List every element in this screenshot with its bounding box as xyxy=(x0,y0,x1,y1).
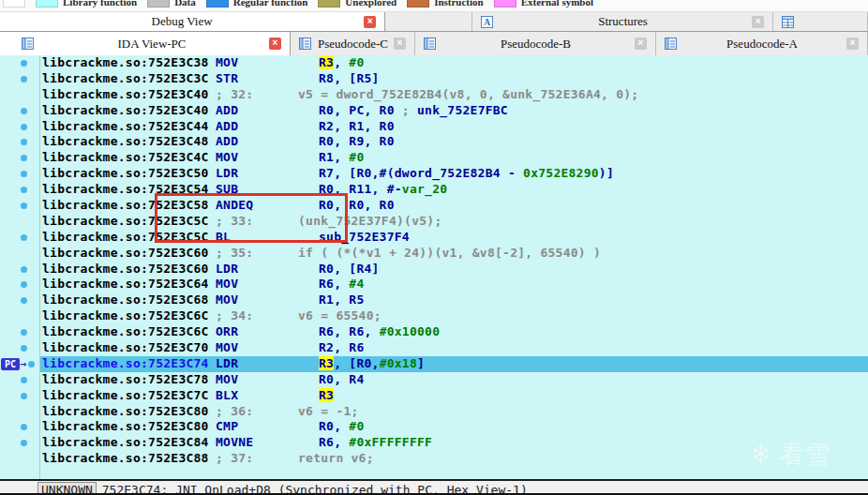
address-dot xyxy=(21,424,27,430)
disasm-line[interactable]: libcrackme.so:752E3C40ADDR0, PC, R0 ; un… xyxy=(0,103,868,119)
close-icon[interactable]: × xyxy=(635,38,647,50)
operand: R0, [R4] xyxy=(319,262,380,276)
line-gutter[interactable] xyxy=(0,388,40,404)
line-gutter[interactable] xyxy=(0,55,40,71)
legend-item: Library function xyxy=(36,0,137,8)
line-gutter[interactable] xyxy=(0,292,40,308)
disasm-line[interactable]: libcrackme.so:752E3C78MOVR0, R4 xyxy=(0,372,868,388)
disasm-line[interactable]: libcrackme.so:752E3C80; 36:v6 = -1; xyxy=(0,404,868,420)
operand: R0, xyxy=(319,419,349,433)
legend-item xyxy=(3,0,25,8)
address: libcrackme.so:752E3C68 xyxy=(42,292,216,308)
line-gutter[interactable] xyxy=(0,435,40,451)
operands: R6, R6, #0x10000 xyxy=(319,324,440,338)
line-gutter[interactable] xyxy=(0,87,40,103)
tab-debug-view[interactable]: Debug View× xyxy=(0,12,385,31)
mnemonic: MOV xyxy=(216,340,319,356)
close-icon[interactable]: × xyxy=(269,38,281,50)
disasm-line[interactable]: libcrackme.so:752E3C3CSTRR8, [R5] xyxy=(0,71,868,87)
close-icon[interactable]: × xyxy=(394,38,406,50)
legend-item: Regular function xyxy=(206,0,308,8)
line-gutter[interactable] xyxy=(0,71,40,87)
disasm-line[interactable]: libcrackme.so:752E3C7CBLXR3 xyxy=(0,388,868,404)
line-gutter[interactable] xyxy=(0,134,40,150)
line-body: libcrackme.so:752E3C40ADDR0, PC, R0 ; un… xyxy=(40,103,868,119)
line-gutter[interactable] xyxy=(0,230,40,246)
disasm-line[interactable]: libcrackme.so:752E3C38MOVR3, #0 xyxy=(0,55,868,71)
tab-pseudocode-a[interactable]: Pseudocode-A× xyxy=(656,32,868,55)
disasm-line[interactable]: libcrackme.so:752E3C40; 32:v5 = dword_75… xyxy=(0,87,868,103)
legend-label: External symbol xyxy=(521,0,593,8)
disasm-line[interactable]: libcrackme.so:752E3C88; 37:return v6; xyxy=(0,451,868,467)
disasm-line[interactable]: libcrackme.so:752E3C6CORRR6, R6, #0x1000… xyxy=(0,324,868,340)
disasm-line[interactable]: libcrackme.so:752E3C64MOVR6, #4 xyxy=(0,277,868,292)
disasm-line[interactable]: libcrackme.so:752E3C70MOVR2, R6 xyxy=(0,340,868,356)
address-dot xyxy=(21,377,27,383)
operand: , xyxy=(334,55,349,69)
disasm-line[interactable]: libcrackme.so:752E3C50LDRR7, [R0,#(dword… xyxy=(0,166,868,182)
line-gutter[interactable] xyxy=(0,419,40,435)
line-gutter[interactable] xyxy=(0,150,40,166)
close-icon[interactable]: × xyxy=(846,38,859,50)
line-gutter[interactable] xyxy=(0,119,40,135)
line-gutter[interactable] xyxy=(0,340,40,356)
mnemonic: MOV xyxy=(216,277,319,292)
disasm-line[interactable]: libcrackme.so:752E3C44ADDR2, R1, R0 xyxy=(0,119,868,135)
line-body: libcrackme.so:752E3C80; 36:v6 = -1; xyxy=(40,404,868,420)
line-gutter[interactable] xyxy=(0,198,40,214)
disasm-line[interactable]: libcrackme.so:752E3C5CBLsub_752E37F4 xyxy=(0,230,868,246)
address-dot xyxy=(21,171,27,177)
disasm-line[interactable]: libcrackme.so:752E3C6C; 34:v6 = 65540; xyxy=(0,308,868,324)
line-gutter[interactable] xyxy=(0,308,40,324)
line-gutter[interactable] xyxy=(0,372,40,388)
operand: R0, R4 xyxy=(319,372,364,386)
line-gutter[interactable] xyxy=(0,324,40,340)
disasm-line[interactable]: libcrackme.so:752E3C68MOVR1, R5 xyxy=(0,292,868,308)
address: libcrackme.so:752E3C80 xyxy=(42,404,216,420)
line-gutter[interactable]: PC→ xyxy=(0,356,40,372)
address-dot xyxy=(21,139,27,145)
disasm-line[interactable]: libcrackme.so:752E3C84MOVNER6, #0xFFFFFF… xyxy=(0,435,868,451)
line-gutter[interactable] xyxy=(0,182,40,198)
document-icon xyxy=(423,37,437,51)
address-dot xyxy=(21,297,27,304)
disasm-line[interactable]: libcrackme.so:752E3C4CMOVR1, #0 xyxy=(0,150,868,166)
tab-pseudocode-c[interactable]: Pseudocode-C× xyxy=(291,32,415,55)
line-gutter[interactable] xyxy=(0,277,40,292)
close-icon[interactable]: × xyxy=(752,16,764,28)
immediate-value: 0x752E8290 xyxy=(523,166,599,180)
disasm-line[interactable]: libcrackme.so:752E3C58ANDEQR0, R0, R0 xyxy=(0,198,868,214)
legend-label: Library function xyxy=(63,0,137,8)
address-dot xyxy=(21,76,27,82)
disasm-line[interactable]: libcrackme.so:752E3C60LDRR0, [R4] xyxy=(0,262,868,278)
tab-ida-view-pc[interactable]: IDA View-PC× xyxy=(0,32,291,55)
close-icon[interactable]: × xyxy=(364,16,376,28)
address: libcrackme.so:752E3C6C xyxy=(42,308,216,324)
line-gutter[interactable] xyxy=(0,262,40,278)
tab-structures[interactable]: AStructures× xyxy=(472,12,773,31)
line-gutter[interactable] xyxy=(0,246,40,262)
line-gutter[interactable] xyxy=(0,103,40,119)
disasm-line[interactable]: libcrackme.so:752E3C80CMPR0, #0 xyxy=(0,419,868,435)
operand: ] xyxy=(417,356,425,370)
address: libcrackme.so:752E3C78 xyxy=(42,372,216,388)
line-gutter[interactable] xyxy=(0,404,40,420)
line-body: libcrackme.so:752E3C88; 37:return v6; xyxy=(40,451,868,467)
disasm-line[interactable]: libcrackme.so:752E3C48ADDR0, R9, R0 xyxy=(0,134,868,150)
disasm-line[interactable]: libcrackme.so:752E3C60; 35:if ( (*(*v1 +… xyxy=(0,246,868,262)
line-gutter[interactable] xyxy=(0,451,40,467)
tab-main-extra[interactable] xyxy=(773,12,868,31)
operands: R3 xyxy=(319,388,334,402)
address: libcrackme.so:752E3C70 xyxy=(42,340,216,356)
line-body: libcrackme.so:752E3C50LDRR7, [R0,#(dword… xyxy=(40,166,868,182)
pseudocode-comment: v5 = dword_752E82B4(v8, 0, &unk_752E36A4… xyxy=(298,87,638,101)
tab-pseudocode-b[interactable]: Pseudocode-B× xyxy=(415,32,656,55)
disassembly-view[interactable]: libcrackme.so:752E3C38MOVR3, #0libcrackm… xyxy=(0,55,868,479)
inline-comment: ; xyxy=(395,103,417,117)
disasm-line[interactable]: libcrackme.so:752E3C5C; 33:(unk_752E37F4… xyxy=(0,214,868,230)
operand: )] xyxy=(599,166,614,180)
disasm-line[interactable]: PC→libcrackme.so:752E3C74LDRR3, [R0,#0x1… xyxy=(0,356,868,372)
line-gutter[interactable] xyxy=(0,214,40,230)
line-gutter[interactable] xyxy=(0,166,40,182)
disasm-line[interactable]: libcrackme.so:752E3C54SUBR0, R11, #-var_… xyxy=(0,182,868,198)
